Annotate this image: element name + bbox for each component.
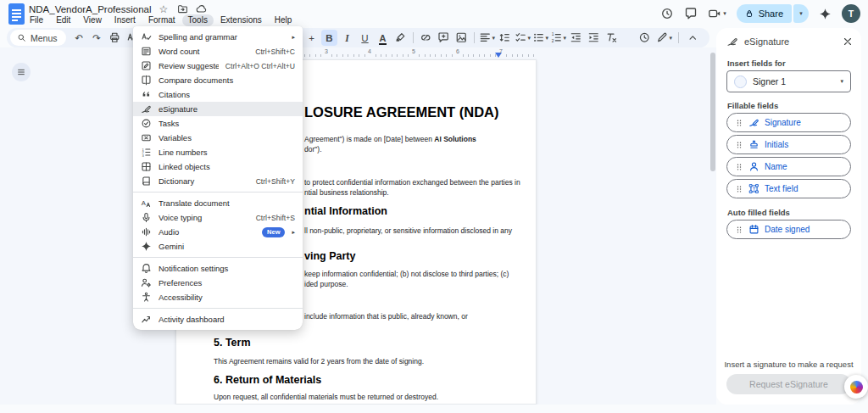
italic-button[interactable]: I bbox=[339, 30, 355, 46]
checklist-icon bbox=[515, 31, 527, 44]
gemini-button[interactable] bbox=[819, 8, 832, 20]
menubar-item-tools[interactable]: Tools bbox=[182, 14, 214, 26]
ruler-tick bbox=[392, 54, 392, 57]
menu-item-activity-dashboard[interactable]: Activity dashboard bbox=[133, 312, 303, 326]
decrease-indent-button[interactable] bbox=[568, 30, 584, 46]
highlight-icon bbox=[394, 31, 407, 44]
undo-button[interactable]: ↶ bbox=[71, 30, 87, 46]
menu-item-citations[interactable]: Citations bbox=[133, 87, 303, 102]
field-chip-text-field[interactable]: TText field bbox=[726, 179, 851, 198]
toolbar: Menus ↶↷ +BIUA▾▾▾12▾ ▾ bbox=[7, 28, 709, 47]
collapse-toolbar-button[interactable] bbox=[685, 30, 701, 46]
docs-logo-icon[interactable] bbox=[8, 3, 25, 25]
clear-formatting-button[interactable] bbox=[604, 30, 620, 46]
video-call-button[interactable]: ▾ bbox=[708, 7, 726, 20]
plus-button[interactable]: + bbox=[303, 30, 320, 46]
toolbar-separator bbox=[678, 32, 679, 43]
italic-icon: I bbox=[345, 33, 348, 43]
menu-item-variables[interactable]: Variables bbox=[133, 131, 303, 145]
ruler-tick bbox=[309, 54, 310, 57]
menubar-item-file[interactable]: File bbox=[24, 14, 49, 26]
folder-move-icon[interactable] bbox=[177, 3, 188, 14]
menu-item-accessibility[interactable]: Accessibility bbox=[133, 290, 303, 304]
menu-item-preferences[interactable]: Preferences bbox=[133, 276, 303, 290]
share-button[interactable]: Share ▾ bbox=[737, 4, 809, 23]
bell-icon bbox=[141, 263, 152, 274]
menu-item-tasks[interactable]: Tasks bbox=[133, 116, 303, 131]
bulleted-list-button[interactable]: ▾ bbox=[532, 30, 548, 46]
menus-search-button[interactable]: Menus bbox=[10, 30, 66, 46]
gemini-fab-icon bbox=[850, 381, 863, 393]
menu-item-label: Gemini bbox=[159, 242, 295, 251]
doc-heading-term: 5. Term bbox=[214, 338, 251, 348]
gemini-icon bbox=[141, 241, 152, 252]
add-comment-button[interactable] bbox=[436, 30, 452, 46]
print-button[interactable] bbox=[107, 30, 123, 46]
menu-divider bbox=[133, 308, 303, 309]
redo-button[interactable]: ↷ bbox=[89, 30, 105, 46]
checklist-button[interactable]: ▾ bbox=[515, 30, 531, 46]
vertical-scrollbar[interactable] bbox=[710, 53, 715, 171]
doc-text-fragment: ntial business relationship. bbox=[304, 188, 389, 198]
menu-item-voice-typing[interactable]: Voice typingCtrl+Shift+S bbox=[133, 210, 303, 225]
show-outline-button[interactable] bbox=[12, 63, 31, 81]
editing-history-button[interactable] bbox=[637, 30, 653, 46]
line-spacing-button[interactable] bbox=[497, 30, 513, 46]
field-chip-label: Text field bbox=[765, 184, 798, 193]
cloud-status-icon[interactable] bbox=[196, 3, 207, 14]
menubar-item-insert[interactable]: Insert bbox=[108, 14, 142, 26]
menu-item-notification-settings[interactable]: Notification settings bbox=[133, 261, 303, 276]
signer-select[interactable]: Signer 1 ▾ bbox=[726, 70, 851, 92]
menu-item-review-suggested-edits[interactable]: Review suggested editsCtrl+Alt+O Ctrl+Al… bbox=[133, 59, 303, 73]
menu-item-label: Dictionary bbox=[159, 176, 249, 186]
gemini-fab[interactable] bbox=[844, 375, 868, 399]
highlight-button[interactable] bbox=[392, 30, 409, 46]
request-esignature-button[interactable]: Request eSignature bbox=[726, 374, 851, 394]
bold-button[interactable]: B bbox=[321, 30, 337, 46]
menu-item-spelling-and-grammar[interactable]: Spelling and grammar▸ bbox=[133, 30, 303, 44]
field-chip-initials[interactable]: Initials bbox=[726, 135, 851, 154]
menu-item-compare-documents[interactable]: Compare documents bbox=[133, 73, 303, 87]
menubar-item-format[interactable]: Format bbox=[142, 14, 181, 26]
title-row: NDA_VendorA_Professional ☆ bbox=[29, 3, 207, 14]
link-button[interactable] bbox=[418, 30, 434, 46]
menu-item-audio[interactable]: AudioNew▸ bbox=[133, 225, 303, 239]
align-left-icon bbox=[479, 31, 492, 44]
menu-item-translate-document[interactable]: ATranslate document bbox=[133, 196, 303, 210]
ruler-tick bbox=[386, 54, 387, 57]
doc-title-fragment: LOSURE AGREEMENT (NDA) bbox=[304, 108, 498, 117]
pencil-button[interactable]: ▾ bbox=[656, 30, 672, 46]
menubar-item-view[interactable]: View bbox=[77, 14, 108, 26]
menu-item-dictionary[interactable]: DictionaryCtrl+Shift+Y bbox=[133, 174, 303, 188]
comments-button[interactable] bbox=[684, 7, 698, 20]
avatar[interactable]: T bbox=[842, 4, 860, 23]
increase-indent-button[interactable] bbox=[586, 30, 602, 46]
menubar-item-help[interactable]: Help bbox=[269, 14, 298, 26]
text-color-button[interactable]: A bbox=[375, 30, 391, 46]
menubar-item-extensions[interactable]: Extensions bbox=[214, 14, 268, 26]
menubar-item-edit[interactable]: Edit bbox=[50, 14, 76, 26]
field-chip-date-signed[interactable]: Date signed bbox=[726, 220, 851, 239]
menu-item-line-numbers[interactable]: 123Line numbers bbox=[133, 145, 303, 159]
underline-button[interactable]: U bbox=[357, 30, 373, 46]
align-left-button[interactable]: ▾ bbox=[479, 30, 495, 46]
share-dropdown[interactable]: ▾ bbox=[793, 4, 809, 23]
star-icon[interactable]: ☆ bbox=[159, 3, 170, 14]
signer-value: Signer 1 bbox=[753, 76, 834, 87]
menu-item-linked-objects[interactable]: Linked objects bbox=[133, 159, 303, 174]
clock-history-button[interactable] bbox=[660, 7, 674, 20]
menu-item-esignature[interactable]: eSignature bbox=[133, 102, 303, 116]
numbered-list-button[interactable]: 12▾ bbox=[550, 30, 566, 46]
document-title[interactable]: NDA_VendorA_Professional bbox=[29, 4, 151, 14]
ruler-tick bbox=[495, 54, 496, 57]
insert-image-button[interactable] bbox=[453, 30, 470, 46]
ruler-tick bbox=[348, 54, 348, 57]
field-chip-signature[interactable]: Signature bbox=[726, 113, 851, 132]
close-icon[interactable] bbox=[842, 36, 854, 47]
field-chip-name[interactable]: Name bbox=[726, 157, 851, 176]
date-signed-icon bbox=[748, 224, 760, 235]
menu-shortcut: Ctrl+Shift+Y bbox=[256, 177, 295, 186]
menu-item-word-count[interactable]: Word countCtrl+Shift+C bbox=[133, 44, 303, 59]
link-icon bbox=[420, 31, 432, 44]
menu-item-gemini[interactable]: Gemini bbox=[133, 239, 303, 254]
